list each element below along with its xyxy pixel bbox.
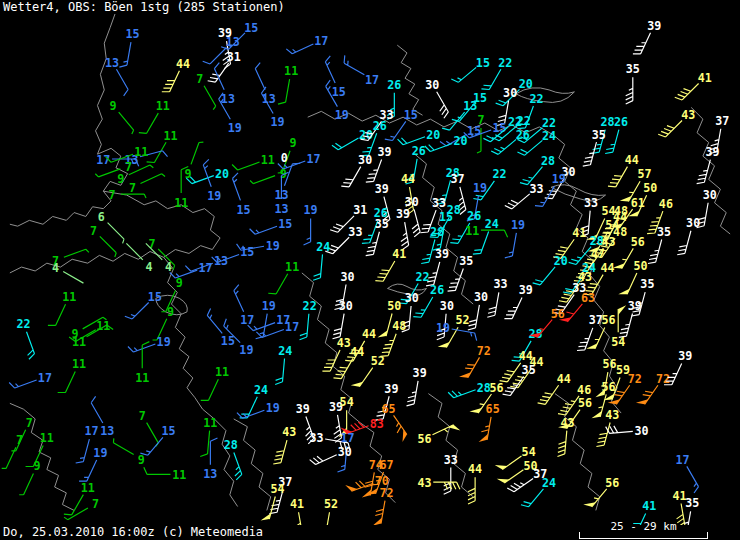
station-gust-value: 28	[430, 225, 444, 239]
station-gust-value: 31	[353, 204, 367, 218]
station-gust-value: 20	[453, 134, 467, 148]
station-gust-value: 33	[584, 196, 598, 210]
station-gust-value: 15	[404, 108, 418, 122]
station-gust-value: 41	[572, 226, 586, 240]
station-gust-value: 26	[430, 283, 444, 297]
station-gust-value: 39	[706, 145, 720, 159]
station-gust-value: 61	[631, 196, 645, 210]
station-gust-value: 30	[338, 445, 352, 459]
station-gust-value: 9	[184, 167, 191, 181]
station-gust-value: 26	[467, 209, 481, 223]
station-gust-value: 33	[309, 431, 323, 445]
station-gust-value: 44	[362, 327, 376, 341]
station-gust-value: 56	[605, 476, 619, 490]
station-gust-value: 30	[474, 290, 488, 304]
station-gust-value: 35	[459, 254, 473, 268]
station-gust-value: 7	[196, 72, 203, 86]
station-gust-value: 26	[412, 144, 426, 158]
station-gust-value: 20	[426, 128, 440, 142]
station-gust-value: 39	[384, 382, 398, 396]
station-gust-value: 9	[110, 99, 117, 113]
station-gust-value: 31	[227, 50, 241, 64]
station-gust-value: 65	[381, 402, 395, 416]
station-gust-value: 15	[236, 203, 250, 217]
station-gust-value: 4	[165, 260, 172, 274]
station-gust-value: 33	[444, 453, 458, 467]
station-gust-value: 39	[375, 182, 389, 196]
station-gust-value: 43	[561, 416, 575, 430]
station-gust-value: 17	[285, 320, 299, 334]
station-gust-value: 52	[455, 313, 469, 327]
station-gust-value: 22	[498, 56, 512, 70]
station-gust-value: 19	[262, 299, 276, 313]
station-gust-value: 13	[262, 92, 276, 106]
station-gust-value: 30	[503, 86, 517, 100]
station-gust-value: 24	[254, 383, 268, 397]
scale-bracket	[579, 532, 708, 539]
weather-map[interactable]: 1513449111139151331171171313151719191992…	[0, 14, 740, 525]
station-gust-value: 19	[511, 218, 525, 232]
station-gust-value: 11	[215, 365, 229, 379]
station-gust-value: 19	[228, 121, 242, 135]
station-gust-value: 30	[440, 299, 454, 313]
station-gust-value: 44	[600, 261, 614, 275]
station-gust-value: 44	[401, 172, 415, 186]
station-gust-value: 56	[490, 381, 504, 395]
station-gust-value: 30	[635, 424, 649, 438]
station-gust-value: 11	[465, 224, 479, 238]
station-gust-value: 67	[380, 458, 394, 472]
station-gust-value: 30	[703, 188, 717, 202]
station-gust-value: 7	[148, 237, 155, 251]
station-gust-value: 22	[529, 92, 543, 106]
station-gust-value: 19	[93, 446, 107, 460]
station-gust-value: 22	[416, 270, 430, 284]
station-gust-value: 19	[473, 181, 487, 195]
station-gust-value: 39	[519, 283, 533, 297]
station-gust-value: 46	[577, 383, 591, 397]
station-gust-value: 39	[396, 207, 410, 221]
station-gust-value: 13	[203, 467, 217, 481]
station-gust-value: 15	[125, 27, 139, 41]
station-gust-value: 9	[117, 172, 124, 186]
station-gust-value: 72	[477, 344, 491, 358]
window-title: Wetter4, OBS: Böen 1stg (285 Stationen)	[3, 0, 285, 14]
station-gust-value: 30	[358, 153, 372, 167]
station-gust-value: 6	[98, 210, 105, 224]
station-gust-value: 44	[557, 372, 571, 386]
station-gust-value: 72	[656, 372, 670, 386]
station-gust-value: 54	[340, 395, 354, 409]
station-gust-value: 22	[303, 299, 317, 313]
station-gust-value: 19	[335, 108, 349, 122]
station-gust-value: 65	[486, 402, 500, 416]
station-gust-value: 28	[541, 154, 555, 168]
station-gust-value: 30	[686, 216, 700, 230]
station-gust-value: 7	[90, 224, 97, 238]
station-gust-value: 63	[581, 291, 595, 305]
station-gust-value: 15	[161, 424, 175, 438]
station-gust-value: 39	[296, 402, 310, 416]
station-gust-value: 35	[685, 496, 699, 510]
station-gust-value: 15	[148, 290, 162, 304]
station-gust-value: 11	[40, 431, 54, 445]
station-gust-value: 30	[425, 78, 439, 92]
station-gust-value: 57	[637, 167, 651, 181]
station-gust-value: 56	[601, 380, 615, 394]
station-gust-value: 22	[492, 167, 506, 181]
station-gust-value: 11	[172, 468, 186, 482]
station-gust-value: 13	[274, 202, 288, 216]
station-gust-value: 11	[62, 290, 76, 304]
station-gust-value: 41	[642, 499, 656, 513]
station-gust-value: 15	[244, 21, 258, 35]
station-gust-value: 19	[436, 321, 450, 335]
station-gust-value: 20	[519, 77, 533, 91]
station-gust-value: 7	[125, 160, 132, 174]
station-gust-value: 20	[215, 167, 229, 181]
station-gust-value: 26	[387, 78, 401, 92]
station-gust-value: 26	[516, 128, 530, 142]
station-gust-value: 44	[350, 345, 364, 359]
station-gust-value: 15	[492, 121, 506, 135]
station-gust-value: 35	[592, 128, 606, 142]
station-gust-value: 47	[591, 247, 605, 261]
station-gust-value: 19	[266, 401, 280, 415]
station-gust-value: 7	[139, 409, 146, 423]
